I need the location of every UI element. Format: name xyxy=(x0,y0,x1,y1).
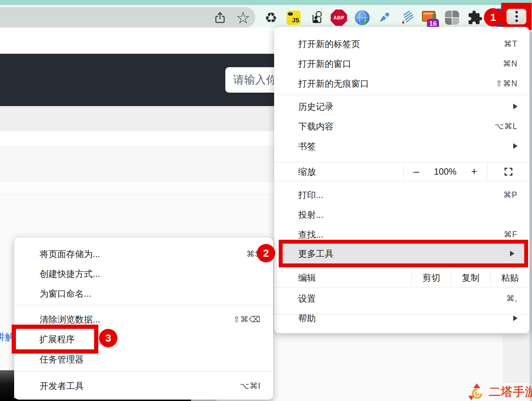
tab-strip xyxy=(0,0,532,5)
annotation-step-1: 1 xyxy=(484,8,502,27)
menu-item-settings[interactable]: 设置⌘, xyxy=(274,289,530,308)
browser-window: ☆ ♻ JS ABP xyxy=(0,0,532,401)
watermark-logo-icon xyxy=(468,383,486,401)
annotation-box-more-tools: 更多工具 xyxy=(279,240,528,267)
browser-menu-button[interactable] xyxy=(507,9,526,24)
menu-zoom-row: 缩放 – 100% + xyxy=(274,162,530,181)
menu-item-new-window[interactable]: 打开新的窗口⌘N xyxy=(274,54,530,74)
js-switch xyxy=(288,12,293,16)
share-icon[interactable] xyxy=(212,10,228,26)
eyedropper-extension-icon[interactable] xyxy=(376,10,392,26)
zoom-level: 100% xyxy=(434,167,457,177)
annotation-box-extensions: 扩展程序 xyxy=(12,325,98,354)
browser-main-menu: 打开新的标签页⌘T 打开新的窗口⌘N 打开新的无痕窗口⇧⌘N 历史记录 下载内容… xyxy=(274,27,530,333)
zoom-out-button[interactable]: – xyxy=(414,166,419,178)
page-dark-corner xyxy=(0,370,14,401)
menu-item-history[interactable]: 历史记录 xyxy=(274,97,530,116)
submenu-item-create-shortcut[interactable]: 创建快捷方式... xyxy=(14,264,273,284)
bookmark-star-icon[interactable]: ☆ xyxy=(235,10,251,26)
submenu-arrow-icon xyxy=(510,251,514,256)
more-tools-submenu: 将页面存储为...⌘S 创建快捷方式... 为窗口命名... 清除浏览数据...… xyxy=(14,238,273,400)
menu-item-new-tab[interactable]: 打开新的标签页⌘T xyxy=(274,34,530,54)
edit-paste-button[interactable]: 粘贴 xyxy=(490,268,530,287)
grid-extension-icon[interactable] xyxy=(444,10,460,26)
recycle-extension-icon[interactable]: ♻ xyxy=(263,10,279,26)
edit-copy-button[interactable]: 复制 xyxy=(451,268,490,287)
menu-edit-row: 编辑 剪切 复制 粘贴 xyxy=(274,268,530,287)
edit-cut-button[interactable]: 剪切 xyxy=(411,268,451,287)
menu-item-new-incognito[interactable]: 打开新的无痕窗口⇧⌘N xyxy=(274,74,530,93)
fullscreen-button[interactable] xyxy=(487,162,530,181)
annotation-step-2: 2 xyxy=(257,244,275,262)
submenu-arrow-icon xyxy=(513,315,517,321)
menu-item-help[interactable]: 帮助 xyxy=(274,308,530,328)
highlight-stripes-extension-icon[interactable] xyxy=(399,10,415,26)
zoom-in-button[interactable]: + xyxy=(471,166,477,178)
annotation-step-3: 3 xyxy=(99,329,117,347)
annotation-box-menu-button xyxy=(501,3,532,30)
abp-extension-icon[interactable]: ABP xyxy=(331,10,347,26)
clip-extension-icon[interactable]: 16 xyxy=(421,10,437,26)
submenu-item-devtools[interactable]: 开发者工具⌥⌘I xyxy=(14,376,273,396)
menu-item-print[interactable]: 打印...⌘P xyxy=(274,185,530,205)
menu-item-downloads[interactable]: 下载内容⌥⌘L xyxy=(274,116,530,136)
menu-item-more-tools[interactable]: 更多工具 xyxy=(298,248,510,260)
puzzle-extensions-icon[interactable] xyxy=(467,10,483,26)
menu-item-bookmarks[interactable]: 书签 xyxy=(274,136,530,156)
menu-item-cast[interactable]: 投射... xyxy=(274,205,530,225)
submenu-item-extensions[interactable]: 扩展程序 xyxy=(39,333,75,345)
submenu-item-name-window[interactable]: 为窗口命名... xyxy=(14,284,273,303)
seo-person-extension-icon[interactable] xyxy=(308,10,325,26)
site-watermark: 二塔手游网 xyxy=(468,383,532,401)
page-scrollbar[interactable] xyxy=(530,31,532,401)
page-panel-corner xyxy=(502,334,532,383)
js-extension-icon[interactable]: JS xyxy=(285,10,302,26)
submenu-arrow-icon xyxy=(513,143,517,149)
globe-extension-icon[interactable] xyxy=(354,10,370,26)
fullscreen-icon xyxy=(504,167,513,176)
submenu-item-save-page[interactable]: 将页面存储为...⌘S xyxy=(14,244,273,264)
submenu-arrow-icon xyxy=(513,104,517,109)
